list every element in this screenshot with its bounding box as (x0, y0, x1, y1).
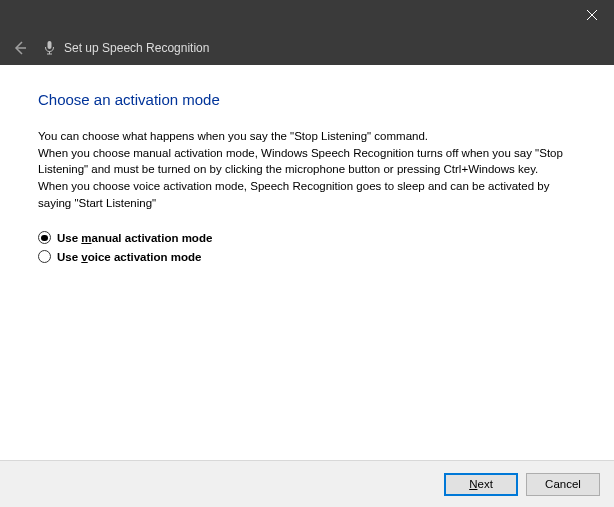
footer: Next Cancel (0, 460, 614, 507)
page-description: You can choose what happens when you say… (38, 128, 576, 211)
back-button[interactable] (10, 38, 30, 58)
radio-label: Use manual activation mode (57, 232, 212, 244)
close-icon (587, 10, 597, 20)
next-button[interactable]: Next (444, 473, 518, 496)
radio-indicator (38, 231, 51, 244)
svg-rect-3 (47, 41, 51, 49)
back-arrow-icon (12, 40, 28, 56)
wizard-title: Set up Speech Recognition (64, 41, 209, 55)
cancel-button[interactable]: Cancel (526, 473, 600, 496)
page-heading: Choose an activation mode (38, 91, 576, 108)
content-area: Choose an activation mode You can choose… (0, 65, 614, 460)
wizard-header: Set up Speech Recognition (0, 30, 614, 65)
radio-indicator (38, 250, 51, 263)
radio-voice-activation[interactable]: Use voice activation mode (38, 250, 576, 263)
radio-label: Use voice activation mode (57, 251, 201, 263)
radio-manual-activation[interactable]: Use manual activation mode (38, 231, 576, 244)
titlebar (0, 0, 614, 30)
close-button[interactable] (569, 0, 614, 30)
activation-mode-group: Use manual activation mode Use voice act… (38, 231, 576, 263)
microphone-icon (42, 39, 56, 57)
